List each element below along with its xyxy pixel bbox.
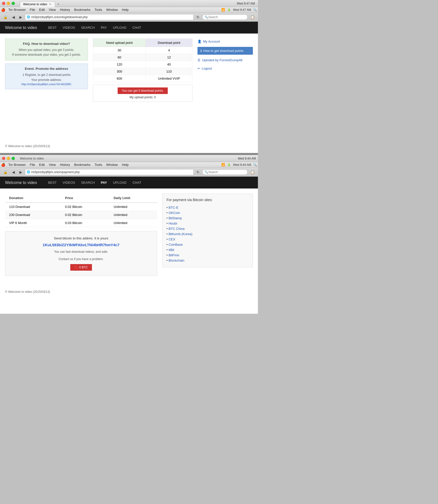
search-box-bottom[interactable]: 🔍 xyxy=(202,169,248,175)
close-button-bottom[interactable] xyxy=(2,157,5,160)
maximize-button[interactable] xyxy=(12,2,15,5)
reload-button-bottom[interactable]: ↻ xyxy=(195,169,201,175)
menu-file-bottom[interactable]: File xyxy=(28,162,37,167)
window-top: Welcome to video ✕ + Wed 9:47 AM 🍎 Tor B… xyxy=(0,0,258,153)
tab-close-button[interactable]: ✕ xyxy=(49,3,51,6)
download-val: 4 xyxy=(146,47,192,54)
apple-menu[interactable]: 🍎 xyxy=(1,8,5,12)
menu-help[interactable]: Help xyxy=(120,7,131,12)
list-item: ItBit xyxy=(166,247,249,253)
forward-button-bottom[interactable]: ▶ xyxy=(18,169,24,175)
close-button[interactable] xyxy=(2,2,5,5)
nav-search[interactable]: SEARCH xyxy=(79,25,97,30)
menu-history[interactable]: History xyxy=(58,7,72,12)
nav-pay[interactable]: PAY xyxy=(98,25,109,30)
limit-val: Unlimited xyxy=(110,219,157,227)
menu-tools[interactable]: Tools xyxy=(92,7,104,12)
menu-edit-bottom[interactable]: Edit xyxy=(37,162,47,167)
faq-line2: If someone downloads your video, you get… xyxy=(8,52,85,57)
apple-menu-bottom[interactable]: 🍎 xyxy=(1,163,5,167)
menu-file[interactable]: File xyxy=(28,7,37,12)
site-footer-bottom: © Welcome to video (2015/03/13) xyxy=(0,285,258,299)
btc-button[interactable]: ⭕ 0 BTC xyxy=(70,264,92,271)
bithumb-link[interactable]: Bithumb (Korea) xyxy=(169,232,192,236)
list-item: BitFinix xyxy=(166,253,249,258)
event-panel: Event. Promote the address 1 Register, t… xyxy=(5,64,88,89)
menu-window[interactable]: Window xyxy=(104,7,120,12)
reload-button[interactable]: ↻ xyxy=(195,14,201,20)
menu-view-bottom[interactable]: View xyxy=(47,162,58,167)
nav-upload-bottom[interactable]: UPLOAD xyxy=(111,180,129,185)
url-input-top[interactable] xyxy=(31,15,192,19)
nav-chat[interactable]: CHAT xyxy=(130,25,144,30)
window-controls-bottom xyxy=(2,157,15,160)
search-icon-menubar[interactable]: 🔍 xyxy=(253,8,257,12)
uploaded-by-link[interactable]: ☰ Uploded by ForrestGump48 xyxy=(197,57,253,63)
houbi-link[interactable]: Houbi xyxy=(169,222,177,225)
search-box-top[interactable]: 🔍 xyxy=(202,14,248,20)
menu-tools-bottom[interactable]: Tools xyxy=(92,162,104,167)
url-input-bottom[interactable] xyxy=(31,170,192,174)
btcchina-link[interactable]: BTC China xyxy=(169,227,185,231)
extensions-button-bottom[interactable]: 📋 xyxy=(249,169,256,175)
nav-chat-bottom[interactable]: CHAT xyxy=(130,180,144,185)
menu-window-bottom[interactable]: Window xyxy=(104,162,120,167)
menu-bookmarks[interactable]: Bookmarks xyxy=(72,7,92,12)
site-footer-top: © Welcome to video (2015/03/13) xyxy=(0,139,258,153)
menu-tor-browser[interactable]: Tor Browser xyxy=(6,7,28,12)
address-bar-top[interactable]: 🌐 xyxy=(25,14,194,20)
minimize-button[interactable] xyxy=(7,2,10,5)
bitcoin-address[interactable]: 1KuL583biZ2YtkWFAbvLTNi4bHR7hmY4c7 xyxy=(10,243,152,247)
search-input-bottom[interactable] xyxy=(208,170,246,174)
table-row: 120 40 xyxy=(93,61,192,68)
search-icon-menubar-bottom[interactable]: 🔍 xyxy=(253,163,257,167)
okcoin-link[interactable]: OKCoin xyxy=(169,211,180,215)
menu-history-bottom[interactable]: History xyxy=(58,162,72,167)
new-tab-button[interactable]: + xyxy=(55,1,61,7)
address-bar-bottom[interactable]: 🌐 xyxy=(25,169,194,175)
btce-link[interactable]: BTC-E xyxy=(169,206,178,209)
menu-help-bottom[interactable]: Help xyxy=(120,162,131,167)
download-points-button[interactable]: You can get 0 download points. xyxy=(118,87,167,94)
bitfinix-link[interactable]: BitFinix xyxy=(169,253,179,257)
logout-link[interactable]: ↩ Logout xyxy=(197,66,253,71)
bitstamp-link[interactable]: BitStamp xyxy=(169,216,182,220)
nav-best-bottom[interactable]: BEST xyxy=(46,180,59,185)
menu-view[interactable]: View xyxy=(47,7,58,12)
my-account-link[interactable]: 👤 My Account xyxy=(197,39,253,44)
forward-button[interactable]: ▶ xyxy=(18,14,24,20)
coinbase-link[interactable]: CoinBase xyxy=(169,243,183,246)
status-bar-bottom: Wed 9:44 AM xyxy=(238,157,256,160)
blockchain-link[interactable]: Blockchain xyxy=(169,259,184,262)
security-button-bottom[interactable]: 🔒 xyxy=(2,169,9,175)
security-button[interactable]: 🔒 xyxy=(2,14,9,20)
minimize-button-bottom[interactable] xyxy=(7,157,10,160)
menu-tor-bottom[interactable]: Tor Browser xyxy=(6,162,28,167)
cex-link[interactable]: CEX xyxy=(169,237,175,241)
how-to-button[interactable]: ℹ How to get download points xyxy=(197,47,253,55)
main-content-top: FAQ. How to download video? When you upl… xyxy=(0,34,258,139)
back-button[interactable]: ◀ xyxy=(10,14,17,20)
nav-best[interactable]: BEST xyxy=(46,25,59,30)
active-tab[interactable]: Welcome to video ✕ xyxy=(20,1,55,7)
menubar-top: 🍎 Tor Browser File Edit View History Boo… xyxy=(0,7,258,13)
back-button-bottom[interactable]: ◀ xyxy=(10,169,17,175)
menu-edit[interactable]: Edit xyxy=(37,7,47,12)
maximize-button-bottom[interactable] xyxy=(12,157,15,160)
download-info-box: You can get 0 download points. My upload… xyxy=(93,85,192,102)
donation-val: 110 Download xyxy=(5,203,61,211)
itbit-link[interactable]: ItBit xyxy=(169,248,174,252)
download-val: 110 xyxy=(146,68,192,75)
search-input-top[interactable] xyxy=(208,15,246,19)
extensions-button[interactable]: 📋 xyxy=(249,14,256,20)
center-panel: Need upload point Download point 30 4 60… xyxy=(93,39,192,134)
menu-bookmarks-bottom[interactable]: Bookmarks xyxy=(72,162,92,167)
screen-divider xyxy=(0,153,258,155)
nav-videos[interactable]: VIDEOS xyxy=(60,25,78,30)
nav-search-bottom[interactable]: SEARCH xyxy=(79,180,97,185)
nav-pay-bottom[interactable]: PAY xyxy=(98,180,110,185)
bitcoin-box: Send bitcoin to this addres. It is yours… xyxy=(5,231,157,276)
nav-upload[interactable]: UPLOAD xyxy=(110,25,129,30)
nav-videos-bottom[interactable]: VIDEOS xyxy=(60,180,78,185)
event-link[interactable]: http://mt3pirzdiyqf6jim.onion?id=A01B9C xyxy=(21,83,72,86)
